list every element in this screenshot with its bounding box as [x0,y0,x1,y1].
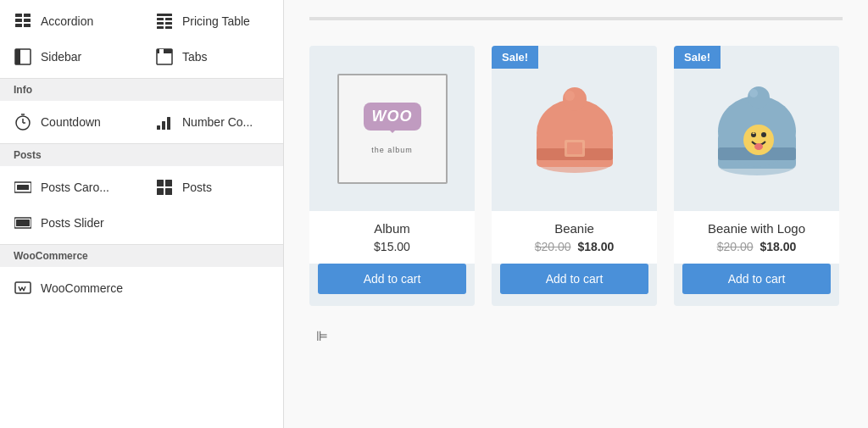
accordion-icon [14,12,32,31]
sidebar-item-tabs[interactable]: Tabs [142,39,283,75]
beanie-orange-illustration [524,74,626,184]
svg-rect-12 [165,26,172,29]
svg-point-46 [743,125,774,155]
svg-rect-9 [157,22,164,25]
svg-rect-27 [157,180,164,186]
svg-rect-6 [157,14,172,16]
sale-badge-beanie: Sale! [492,46,538,69]
album-artwork: WOO the album [337,74,448,184]
section-header-info: Info [0,78,283,101]
album-subtitle: the album [371,146,413,154]
product-image-beanie-logo: Sale! [674,46,839,211]
sidebar-item-posts-carousel-label: Posts Caro... [41,181,109,194]
product-name-album: Album [318,221,466,236]
sidebar-item-accordion[interactable]: Accordion [0,3,142,39]
svg-point-49 [754,143,763,150]
sidebar-item-woocommerce[interactable]: WooCommerce [0,270,283,306]
svg-rect-24 [167,117,170,130]
section-header-woocommerce: WooCommerce [0,244,283,267]
product-image-album: WOO the album [309,46,475,211]
sidebar-item-posts[interactable]: Posts [142,170,283,205]
section-header-posts: Posts [0,143,283,166]
svg-rect-5 [24,24,31,27]
sidebar-item-number-counter-label: Number Co... [182,115,253,129]
product-price-beanie: $20.00 $18.00 [500,240,648,253]
product-name-beanie-logo: Beanie with Logo [682,221,831,236]
sidebar-item-number-counter[interactable]: Number Co... [142,104,283,140]
svg-rect-17 [159,49,164,53]
sidebar-icon [14,47,32,66]
sale-price-beanie: $18.00 [577,240,614,253]
original-price-beanie: $20.00 [535,240,571,253]
svg-rect-7 [157,18,164,20]
album-speech-bubble: WOO [364,103,421,131]
product-info-beanie: Beanie $20.00 $18.00 [492,211,657,264]
sidebar: Accordion Pricing Table Sidebar Tabs Inf… [0,0,284,428]
svg-rect-10 [165,22,172,25]
sidebar-section-posts: Posts Caro... Posts Posts Slider [0,166,283,244]
sidebar-item-woocommerce-label: WooCommerce [41,281,123,295]
svg-rect-23 [162,121,165,130]
svg-rect-8 [165,18,172,20]
svg-point-51 [749,89,758,97]
product-card-album: WOO the album Album $15.00 Add to cart [309,46,475,306]
pricing-table-icon [155,12,174,31]
svg-rect-26 [17,185,29,190]
sidebar-item-accordion-label: Accordion [41,14,93,28]
sidebar-section-woocommerce: WooCommerce [0,267,283,309]
product-card-beanie: Sale! Beanie [492,46,657,306]
sidebar-item-pricing-table-label: Pricing Table [182,14,250,28]
pagination-bar: ⊫ [309,323,843,348]
posts-slider-icon [14,214,32,232]
pagination-first-button[interactable]: ⊫ [309,323,335,348]
number-counter-icon [155,113,174,131]
sale-badge-beanie-logo: Sale! [674,46,721,69]
product-card-beanie-logo: Sale! [674,46,839,306]
sidebar-item-pricing-table[interactable]: Pricing Table [142,3,283,39]
sidebar-item-sidebar-label: Sidebar [41,50,81,64]
svg-rect-3 [24,19,31,22]
product-price-album: $15.00 [318,240,466,253]
sale-price-beanie-logo: $18.00 [760,240,796,253]
svg-rect-0 [15,14,22,17]
svg-rect-39 [567,142,582,154]
products-grid: WOO the album Album $15.00 Add to cart S… [309,46,843,306]
svg-point-50 [748,86,770,108]
product-info-beanie-logo: Beanie with Logo $20.00 $18.00 [674,211,839,264]
sidebar-section-general: Accordion Pricing Table Sidebar Tabs [0,0,283,78]
svg-rect-30 [165,188,172,195]
add-to-cart-album[interactable]: Add to cart [318,264,466,294]
sidebar-item-posts-label: Posts [182,181,212,194]
svg-rect-32 [16,220,30,226]
sidebar-item-posts-carousel[interactable]: Posts Caro... [0,170,142,205]
svg-rect-1 [24,14,31,17]
svg-point-48 [761,132,766,137]
posts-carousel-icon [14,178,32,197]
beanie-blue-illustration [706,74,808,184]
sidebar-item-countdown[interactable]: Countdown [0,104,142,140]
countdown-icon [14,113,32,131]
svg-rect-14 [15,49,20,64]
svg-rect-29 [157,188,164,195]
main-content: WOO the album Album $15.00 Add to cart S… [284,0,868,428]
sidebar-item-posts-slider[interactable]: Posts Slider [0,205,142,241]
tabs-icon [155,47,174,66]
svg-rect-22 [157,125,160,130]
add-to-cart-beanie[interactable]: Add to cart [500,264,648,294]
original-price-beanie-logo: $20.00 [717,240,754,253]
sidebar-item-sidebar[interactable]: Sidebar [0,39,142,75]
add-to-cart-beanie-logo[interactable]: Add to cart [682,264,831,294]
svg-rect-33 [15,282,31,293]
svg-rect-16 [157,49,172,53]
svg-rect-11 [157,26,164,29]
svg-rect-2 [15,19,22,22]
svg-rect-28 [165,180,172,186]
woocommerce-icon [14,279,32,297]
sidebar-item-tabs-label: Tabs [182,50,208,64]
product-name-beanie: Beanie [500,221,648,236]
product-info-album: Album $15.00 [309,211,475,264]
top-divider [309,17,843,20]
sidebar-item-countdown-label: Countdown [41,115,101,129]
sidebar-item-posts-slider-label: Posts Slider [41,216,104,230]
product-image-beanie: Sale! [492,46,657,211]
